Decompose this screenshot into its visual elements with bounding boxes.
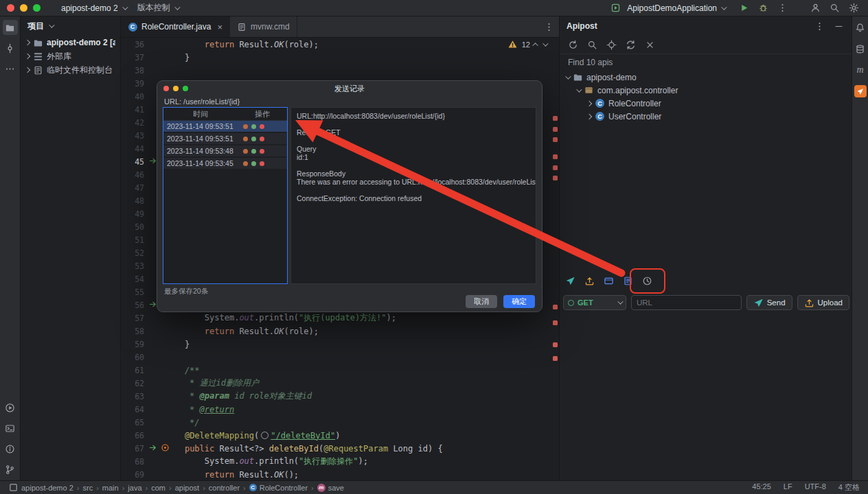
line-separator[interactable]: LF xyxy=(784,482,792,493)
error-stripe-mark[interactable] xyxy=(553,356,558,361)
breadcrumb-item[interactable]: src xyxy=(83,484,93,492)
chevron-right-icon[interactable] xyxy=(25,67,30,73)
refresh-icon[interactable] xyxy=(565,37,580,52)
dialog-zoom-icon[interactable] xyxy=(183,86,188,91)
more-h-icon[interactable] xyxy=(3,61,18,76)
error-stripe-mark[interactable] xyxy=(553,127,558,132)
api-tree-item[interactable]: com.apipost.controller xyxy=(560,84,852,97)
detail-icon[interactable] xyxy=(251,122,256,130)
resend-icon[interactable] xyxy=(243,147,248,155)
file-encoding[interactable]: UTF-8 xyxy=(805,482,826,493)
user-icon[interactable] xyxy=(808,1,823,16)
api-tree-item[interactable]: CRoleController xyxy=(560,97,852,110)
chevron-right-icon[interactable] xyxy=(25,40,30,45)
error-stripe-mark[interactable] xyxy=(553,154,558,159)
inspection-widget[interactable]: 12 xyxy=(507,39,547,49)
docs-icon[interactable] xyxy=(620,273,635,288)
upload-button[interactable]: Upload xyxy=(797,295,849,310)
history-row[interactable]: 2023-11-14 09:53:51 xyxy=(163,121,287,133)
history-row[interactable]: 2023-11-14 09:53:48 xyxy=(163,145,287,158)
error-stripe[interactable] xyxy=(551,37,559,480)
project-tree-item[interactable]: 临时文件和控制台 xyxy=(21,63,120,77)
terminal-icon[interactable] xyxy=(3,421,18,436)
tabs-more-icon[interactable] xyxy=(541,19,556,34)
zoom-window-icon[interactable] xyxy=(33,4,41,12)
chevron-down-icon[interactable] xyxy=(576,86,582,92)
url-input[interactable] xyxy=(631,295,742,310)
cancel-button[interactable]: 取消 xyxy=(466,295,497,308)
dialog-minimize-icon[interactable] xyxy=(173,86,179,91)
history-row[interactable]: 2023-11-14 09:53:51 xyxy=(163,133,287,145)
bug-icon[interactable] xyxy=(755,1,770,16)
error-stripe-mark[interactable] xyxy=(553,176,558,180)
api-tree-item[interactable]: CUserController xyxy=(560,110,852,123)
error-stripe-mark[interactable] xyxy=(553,305,558,309)
error-stripe-mark[interactable] xyxy=(553,116,558,121)
settings-icon[interactable] xyxy=(846,1,861,16)
minimize-icon[interactable] xyxy=(831,19,846,34)
maven-icon[interactable]: m xyxy=(853,62,868,78)
send-button[interactable]: Send xyxy=(746,295,792,310)
breadcrumb-item[interactable]: apipost-demo 2 xyxy=(8,482,73,493)
error-stripe-mark[interactable] xyxy=(553,342,558,347)
close-tab-icon[interactable]: × xyxy=(217,22,222,32)
chevron-right-icon[interactable] xyxy=(586,113,592,119)
breadcrumb-item[interactable]: msave xyxy=(317,484,344,492)
more-icon[interactable] xyxy=(812,19,827,34)
chevron-down-icon[interactable] xyxy=(49,22,54,27)
search-icon[interactable] xyxy=(584,37,599,52)
chevron-down-icon[interactable] xyxy=(565,73,571,79)
apipost-icon[interactable] xyxy=(853,84,868,99)
dialog-close-icon[interactable] xyxy=(163,86,169,91)
detail-icon[interactable] xyxy=(251,134,256,143)
vcs-widget[interactable]: 版本控制 xyxy=(132,1,184,15)
url-inlay-icon[interactable] xyxy=(261,432,269,439)
commit-icon[interactable] xyxy=(3,40,18,56)
import-icon[interactable] xyxy=(582,273,597,288)
breadcrumb-item[interactable]: java xyxy=(128,484,141,492)
run-icon[interactable] xyxy=(3,400,18,415)
breadcrumb-item[interactable]: controller xyxy=(209,484,240,492)
api-tree-item[interactable]: apipost-demo xyxy=(560,71,852,84)
ok-button[interactable]: 确定 xyxy=(503,295,535,308)
history-row[interactable]: 2023-11-14 09:53:45 xyxy=(163,158,287,170)
tab-RoleController.java[interactable]: CRoleController.java× xyxy=(121,16,230,37)
card-icon[interactable] xyxy=(601,273,616,288)
delete-icon[interactable] xyxy=(260,122,264,130)
play-icon[interactable] xyxy=(736,1,751,16)
detail-icon[interactable] xyxy=(251,159,256,167)
locate-icon[interactable] xyxy=(604,37,619,52)
project-widget[interactable]: apipost-demo 2 xyxy=(56,1,132,15)
project-icon[interactable] xyxy=(3,20,18,35)
problems-icon[interactable] xyxy=(3,441,18,456)
tab-mvnw.cmd[interactable]: mvnw.cmd xyxy=(230,16,297,37)
database-icon[interactable] xyxy=(853,41,868,56)
resend-icon[interactable] xyxy=(243,159,248,167)
error-stripe-mark[interactable] xyxy=(553,320,558,325)
project-tree-item[interactable]: apipost-demo 2 [ap xyxy=(21,36,120,49)
chevron-right-icon[interactable] xyxy=(586,100,592,106)
indent-style[interactable]: 4 空格 xyxy=(838,482,860,493)
method-select[interactable]: GET xyxy=(563,295,626,310)
delete-icon[interactable] xyxy=(260,159,264,167)
error-stripe-mark[interactable] xyxy=(553,165,558,170)
chevron-right-icon[interactable] xyxy=(25,54,30,59)
breadcrumb-item[interactable]: main xyxy=(102,484,119,492)
breadcrumb-item[interactable]: apipost xyxy=(175,484,199,492)
detail-icon[interactable] xyxy=(251,147,256,155)
search-everywhere-icon[interactable] xyxy=(827,1,842,16)
close-icon[interactable] xyxy=(642,37,657,52)
more-icon[interactable] xyxy=(775,1,790,16)
breadcrumb-item[interactable]: CRoleController xyxy=(249,484,308,492)
notifications-icon[interactable] xyxy=(853,20,868,35)
git-icon[interactable] xyxy=(3,462,18,477)
delete-icon[interactable] xyxy=(260,134,264,143)
run-config-widget[interactable]: ApipostDemoApplication xyxy=(602,1,731,15)
send-icon[interactable] xyxy=(562,273,578,288)
resend-icon[interactable] xyxy=(243,134,248,143)
breadcrumb-item[interactable]: com xyxy=(151,484,165,492)
project-tree-item[interactable]: 外部库 xyxy=(21,49,120,63)
minimize-window-icon[interactable] xyxy=(20,4,27,12)
run-arrow-icon[interactable] xyxy=(148,443,159,455)
error-stripe-mark[interactable] xyxy=(553,137,558,142)
